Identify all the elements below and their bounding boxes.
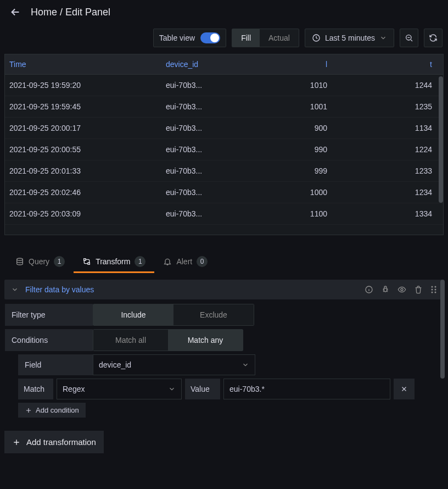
cell-time: 2021-09-25 19:59:45 bbox=[5, 96, 161, 118]
table-view-toggle[interactable] bbox=[200, 32, 220, 43]
remove-condition-button[interactable] bbox=[394, 379, 415, 399]
field-select-value: device_id bbox=[99, 360, 131, 369]
tab-alert-label: Alert bbox=[176, 257, 192, 266]
panel-scrollbar[interactable] bbox=[440, 280, 445, 379]
drag-handle-icon[interactable] bbox=[430, 285, 437, 294]
column-header-time[interactable]: Time bbox=[5, 54, 161, 75]
conditions-label: Conditions bbox=[5, 329, 93, 351]
match-select[interactable]: Regex bbox=[57, 379, 182, 399]
time-range-label: Last 5 minutes bbox=[325, 34, 375, 42]
cell-t: 1334 bbox=[332, 203, 443, 225]
field-label: Field bbox=[18, 354, 93, 375]
table-row: 2021-09-25 20:00:17eui-70b3...9001134 bbox=[5, 118, 443, 139]
zoom-out-button[interactable] bbox=[400, 29, 418, 47]
exclude-button[interactable]: Exclude bbox=[173, 304, 254, 325]
tab-query-label: Query bbox=[29, 257, 49, 266]
column-header-l[interactable]: l bbox=[238, 54, 332, 75]
table-row: 2021-09-25 20:03:09eui-70b3...11001334 bbox=[5, 203, 443, 225]
cell-l: 900 bbox=[238, 118, 332, 139]
cell-time: 2021-09-25 20:02:46 bbox=[5, 182, 161, 203]
cell-device-id: eui-70b3... bbox=[161, 118, 238, 139]
field-select[interactable]: device_id bbox=[93, 354, 255, 375]
tab-query-count: 1 bbox=[54, 256, 65, 267]
svg-point-7 bbox=[435, 286, 436, 288]
cell-t: 1224 bbox=[332, 139, 443, 160]
cell-device-id: eui-70b3... bbox=[161, 160, 238, 182]
add-condition-button[interactable]: Add condition bbox=[18, 403, 86, 418]
cell-time: 2021-09-25 20:03:09 bbox=[5, 203, 161, 225]
cell-l: 1000 bbox=[238, 182, 332, 203]
cell-time: 2021-09-25 20:00:17 bbox=[5, 118, 161, 139]
cell-t: 1233 bbox=[332, 160, 443, 182]
transform-title[interactable]: Filter data by values bbox=[25, 285, 94, 294]
cell-time: 2021-09-25 20:01:33 bbox=[5, 160, 161, 182]
table-row: 2021-09-25 20:01:33eui-70b3...9991233 bbox=[5, 160, 443, 182]
tab-transform-label: Transform bbox=[96, 257, 130, 266]
cell-l: 990 bbox=[238, 139, 332, 160]
match-select-value: Regex bbox=[63, 385, 85, 393]
filter-type-label: Filter type bbox=[5, 304, 93, 326]
table-row: 2021-09-25 19:59:45eui-70b3...10011235 bbox=[5, 96, 443, 118]
column-header-t[interactable]: t bbox=[332, 54, 443, 75]
include-button[interactable]: Include bbox=[93, 304, 173, 325]
cell-t: 1244 bbox=[332, 75, 443, 96]
trash-icon[interactable] bbox=[414, 285, 423, 294]
add-transformation-button[interactable]: Add transformation bbox=[4, 431, 104, 453]
time-range-picker[interactable]: Last 5 minutes bbox=[305, 29, 394, 47]
cell-device-id: eui-70b3... bbox=[161, 139, 238, 160]
table-row: 2021-09-25 19:59:20eui-70b3...10101244 bbox=[5, 75, 443, 96]
table-row: 2021-09-25 20:02:46eui-70b3...10001234 bbox=[5, 182, 443, 203]
tab-alert-count: 0 bbox=[197, 256, 208, 267]
actual-button[interactable]: Actual bbox=[260, 29, 299, 47]
cell-device-id: eui-70b3... bbox=[161, 203, 238, 225]
table-scrollbar[interactable] bbox=[439, 76, 443, 203]
cell-time: 2021-09-25 20:00:55 bbox=[5, 139, 161, 160]
tab-transform[interactable]: Transform 1 bbox=[74, 251, 154, 273]
tab-query[interactable]: Query 1 bbox=[7, 251, 74, 273]
cell-device-id: eui-70b3... bbox=[161, 96, 238, 118]
cell-l: 1001 bbox=[238, 96, 332, 118]
fill-button[interactable]: Fill bbox=[232, 29, 260, 47]
cell-device-id: eui-70b3... bbox=[161, 75, 238, 96]
table-view-label: Table view bbox=[159, 34, 195, 42]
column-header-device-id[interactable]: device_id bbox=[161, 54, 238, 75]
add-condition-label: Add condition bbox=[36, 406, 79, 414]
breadcrumb: Home / Edit Panel bbox=[31, 7, 110, 18]
cell-t: 1235 bbox=[332, 96, 443, 118]
table-row: 2021-09-25 20:00:55eui-70b3...9901224 bbox=[5, 139, 443, 160]
svg-point-8 bbox=[432, 289, 433, 291]
chevron-down-icon[interactable] bbox=[11, 286, 19, 293]
match-all-button[interactable]: Match all bbox=[93, 330, 168, 351]
debug-icon[interactable] bbox=[381, 285, 390, 294]
data-table: Time device_id l t 2021-09-25 19:59:20eu… bbox=[4, 54, 444, 235]
match-label: Match bbox=[18, 379, 53, 399]
svg-point-11 bbox=[435, 292, 436, 293]
tab-alert[interactable]: Alert 0 bbox=[154, 251, 216, 273]
value-label: Value bbox=[185, 379, 220, 399]
cell-l: 1010 bbox=[238, 75, 332, 96]
cell-time: 2021-09-25 19:59:20 bbox=[5, 75, 161, 96]
cell-device-id: eui-70b3... bbox=[161, 182, 238, 203]
cell-l: 999 bbox=[238, 160, 332, 182]
add-transformation-label: Add transformation bbox=[26, 437, 96, 447]
svg-point-9 bbox=[435, 289, 436, 291]
cell-l: 1100 bbox=[238, 203, 332, 225]
svg-point-6 bbox=[432, 286, 433, 288]
svg-point-2 bbox=[17, 258, 23, 260]
svg-rect-4 bbox=[384, 288, 387, 292]
eye-icon[interactable] bbox=[397, 285, 406, 294]
match-any-button[interactable]: Match any bbox=[168, 330, 243, 351]
cell-t: 1134 bbox=[332, 118, 443, 139]
tab-transform-count: 1 bbox=[135, 256, 145, 267]
refresh-button[interactable] bbox=[424, 29, 443, 47]
svg-point-10 bbox=[432, 292, 433, 293]
info-icon[interactable] bbox=[365, 285, 373, 294]
value-input[interactable] bbox=[223, 379, 390, 399]
cell-t: 1234 bbox=[332, 182, 443, 203]
svg-point-5 bbox=[401, 288, 403, 291]
back-button[interactable] bbox=[9, 5, 22, 19]
